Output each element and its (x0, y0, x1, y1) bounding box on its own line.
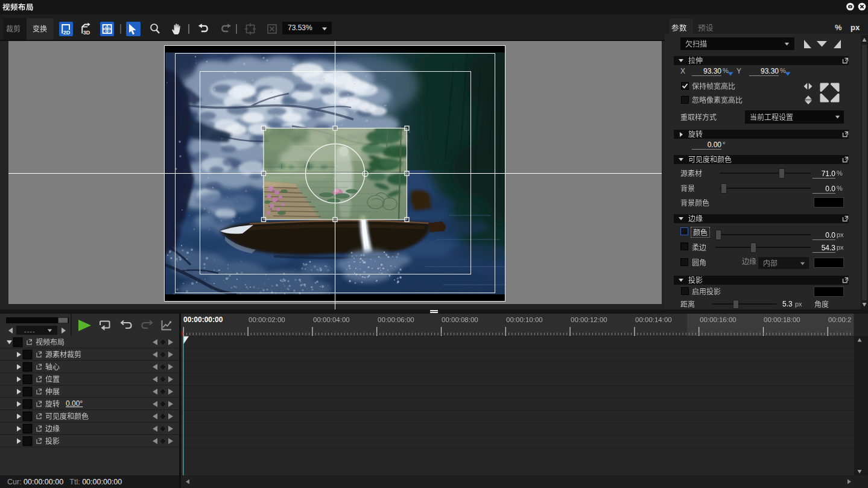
svg-text:3D: 3D (83, 30, 90, 36)
svg-text:2D: 2D (63, 30, 70, 36)
